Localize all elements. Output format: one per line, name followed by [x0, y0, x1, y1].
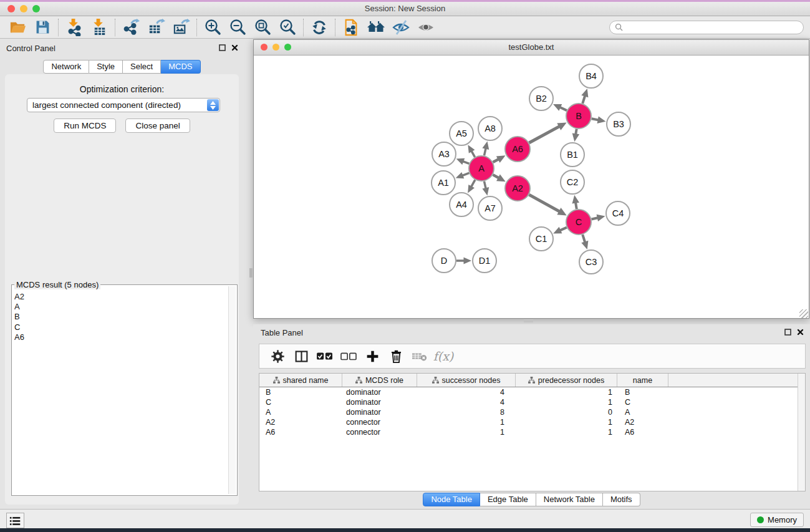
edge-B-B4[interactable] [581, 89, 588, 104]
edge-A-A3[interactable] [456, 158, 470, 165]
edge-C-C4[interactable] [591, 215, 605, 221]
table-row[interactable]: A6connector11A6 [259, 427, 805, 437]
tab-network[interactable]: Network [43, 60, 89, 74]
edge-A-A2[interactable] [493, 175, 505, 182]
node-A7[interactable]: A7 [478, 196, 502, 220]
network-maximize-button[interactable] [284, 44, 291, 51]
mcds-result-scrollbar[interactable] [228, 286, 236, 494]
tab-motifs[interactable]: Motifs [603, 493, 640, 506]
mcds-result-item[interactable]: A2 [14, 292, 227, 302]
column-layout-button[interactable] [289, 346, 313, 366]
table-row[interactable]: Adominator80A [259, 407, 805, 417]
export-image-button[interactable] [168, 17, 193, 38]
search-input[interactable] [626, 22, 798, 32]
network-canvas[interactable]: B4B2BB3A8A5A6A3B1AA1C2A2A4A7CC4C1C3DD1 [254, 56, 809, 319]
node-C3[interactable]: C3 [579, 250, 603, 274]
node-B3[interactable]: B3 [607, 112, 630, 136]
close-panel-icon[interactable] [797, 329, 804, 336]
float-panel-icon[interactable] [219, 44, 226, 51]
tab-network-table[interactable]: Network Table [536, 493, 603, 506]
float-panel-icon[interactable] [784, 329, 791, 336]
edge-A-A4[interactable] [468, 180, 475, 193]
show-all-button[interactable] [413, 17, 438, 38]
node-A[interactable]: A [469, 156, 494, 181]
import-table-button[interactable] [87, 17, 112, 38]
edge-A2-C[interactable] [529, 195, 566, 215]
node-A4[interactable]: A4 [450, 193, 473, 216]
node-A6[interactable]: A6 [505, 137, 530, 162]
node-A3[interactable]: A3 [432, 142, 456, 166]
node-A8[interactable]: A8 [478, 117, 502, 140]
column-header-predecessor-nodes[interactable]: predecessor nodes [516, 374, 617, 387]
node-B4[interactable]: B4 [579, 64, 603, 88]
mcds-result-item[interactable]: C [14, 322, 227, 332]
edge-B-B3[interactable] [592, 117, 606, 123]
mcds-result-item[interactable]: B [14, 312, 227, 322]
resize-grip-icon[interactable] [799, 309, 808, 318]
node-B[interactable]: B [566, 104, 591, 128]
table-row[interactable]: A2connector11A2 [259, 417, 805, 427]
node-A5[interactable]: A5 [450, 122, 473, 145]
column-header-successor-nodes[interactable]: successor nodes [417, 374, 516, 387]
splitter-handle[interactable] [524, 319, 533, 322]
settings-gear-button[interactable] [266, 346, 289, 366]
close-panel-icon[interactable] [231, 44, 238, 51]
table-row[interactable]: Bdominator41B [259, 387, 805, 397]
node-B2[interactable]: B2 [529, 87, 553, 110]
criterion-select[interactable]: largest connected component (directed) [27, 98, 220, 112]
node-C2[interactable]: C2 [561, 170, 584, 194]
search-box[interactable] [609, 21, 804, 34]
network-graph[interactable]: B4B2BB3A8A5A6A3B1AA1C2A2A4A7CC4C1C3DD1 [254, 56, 809, 319]
edge-A-A8[interactable] [482, 142, 489, 156]
table-scrollbar[interactable] [798, 374, 805, 491]
edge-C-C1[interactable] [553, 227, 567, 234]
import-network-button[interactable] [62, 17, 87, 38]
node-D[interactable]: D [432, 249, 456, 273]
edge-C-C3[interactable] [581, 235, 588, 249]
destroy-table-button[interactable] [408, 346, 432, 366]
edge-C-C2[interactable] [572, 195, 579, 210]
tab-node-table[interactable]: Node Table [423, 493, 480, 506]
close-panel-button[interactable]: Close panel [125, 118, 190, 133]
hide-selected-button[interactable] [388, 17, 413, 38]
tab-select[interactable]: Select [123, 60, 161, 74]
tab-style[interactable]: Style [89, 60, 123, 74]
save-session-button[interactable] [30, 17, 55, 38]
edge-A-A5[interactable] [468, 145, 475, 157]
edge-A-A7[interactable] [482, 181, 489, 196]
edge-A-A6[interactable] [493, 155, 506, 163]
table-row[interactable]: Cdominator41C [259, 397, 805, 407]
zoom-fit-button[interactable] [250, 17, 275, 38]
zoom-out-button[interactable] [225, 17, 250, 38]
edge-A-A1[interactable] [456, 172, 470, 178]
network-window-titlebar[interactable]: testGlobe.txt [254, 40, 809, 56]
zoom-selected-button[interactable] [275, 17, 300, 38]
edge-D-D1[interactable] [456, 257, 471, 264]
mcds-result-item[interactable]: A [14, 302, 227, 312]
node-D1[interactable]: D1 [473, 249, 496, 273]
mcds-result-item[interactable]: A6 [14, 332, 227, 342]
task-history-button[interactable] [6, 513, 24, 528]
node-B1[interactable]: B1 [561, 143, 584, 167]
edge-B-B1[interactable] [572, 129, 579, 142]
network-minimize-button[interactable] [272, 44, 279, 51]
node-C[interactable]: C [566, 210, 591, 235]
tab-mcds[interactable]: MCDS [161, 60, 200, 74]
node-C4[interactable]: C4 [606, 201, 630, 225]
network-close-button[interactable] [261, 44, 268, 51]
splitter-handle[interactable] [249, 268, 253, 278]
tab-edge-table[interactable]: Edge Table [480, 493, 536, 506]
node-A1[interactable]: A1 [432, 171, 455, 195]
column-header-shared-name[interactable]: shared name [259, 374, 342, 387]
add-column-button[interactable] [360, 346, 384, 366]
function-builder-button[interactable]: f(x) [432, 346, 455, 366]
export-table-button[interactable] [143, 17, 168, 38]
deselect-all-rows-button[interactable] [337, 346, 360, 366]
edge-B-B2[interactable] [553, 104, 567, 111]
memory-button[interactable]: Memory [750, 513, 804, 527]
refresh-layout-button[interactable] [307, 17, 332, 38]
node-C1[interactable]: C1 [529, 227, 553, 251]
run-mcds-button[interactable]: Run MCDS [54, 118, 116, 133]
node-A2[interactable]: A2 [505, 176, 530, 201]
zoom-in-button[interactable] [200, 17, 225, 38]
